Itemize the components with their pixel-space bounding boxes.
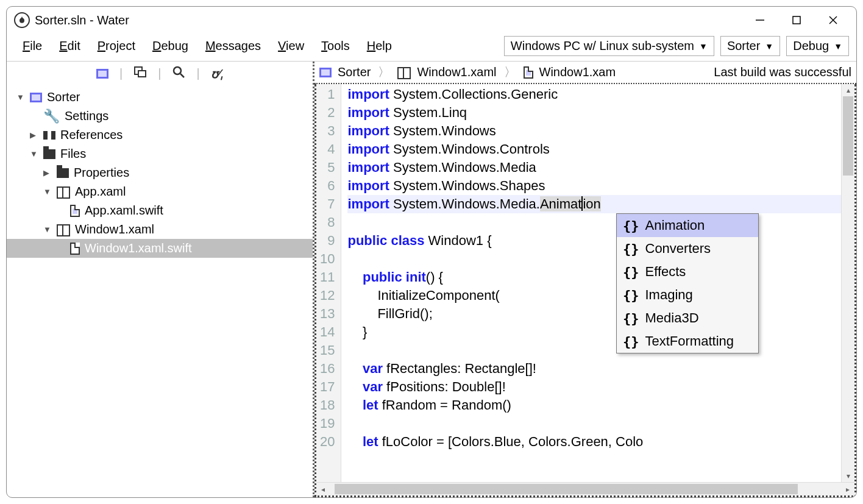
scroll-right-button[interactable]: ▸ [841, 483, 854, 496]
tree-label: Properties [74, 166, 129, 180]
menu-tools[interactable]: Tools [313, 37, 358, 55]
scroll-down-button[interactable]: ▾ [842, 470, 855, 482]
build-status: Last build was successful [714, 65, 851, 79]
autocomplete-item[interactable]: {}TextFormatting [617, 330, 758, 353]
scroll-up-button[interactable]: ▴ [842, 84, 855, 96]
namespace-icon: {} [623, 288, 639, 303]
xaml-icon [57, 186, 70, 197]
config-combo-label: Debug [793, 39, 829, 53]
titlebar: Sorter.sln - Water [7, 7, 856, 34]
tree-label: App.xaml.swift [85, 204, 163, 218]
autocomplete-popup: {}Animation{}Converters{}Effects{}Imagin… [616, 213, 759, 353]
sidebar: | | | ʊ∕ˌ ▼Sorter 🔧Settings ▶References … [7, 62, 314, 497]
menu-messages[interactable]: Messages [197, 37, 269, 55]
tree-label: Sorter [47, 90, 80, 104]
tree-label: References [60, 128, 123, 142]
tree-row-project[interactable]: ▼Sorter [7, 88, 313, 107]
minimize-button[interactable] [742, 7, 778, 34]
project-combo[interactable]: Sorter▼ [720, 36, 780, 56]
namespace-icon: {} [623, 334, 639, 349]
window-title: Sorter.sln - Water [35, 13, 129, 27]
menubar: FileEditProjectDebugMessagesViewToolsHel… [7, 34, 856, 62]
autocomplete-item[interactable]: {}Converters [617, 237, 758, 260]
chevron-down-icon: ▼ [699, 41, 708, 51]
target-combo[interactable]: Windows PC w/ Linux sub-system▼ [504, 36, 714, 56]
menu-project[interactable]: Project [89, 37, 144, 55]
tree-row-settings[interactable]: 🔧Settings [7, 107, 313, 126]
tree-label: Window1.xaml.swift [85, 241, 192, 255]
wrench-icon: 🔧 [43, 110, 60, 123]
project-icon [30, 93, 42, 102]
menu-view[interactable]: View [269, 37, 313, 55]
copy-icon[interactable] [133, 66, 147, 81]
tree-label: Files [60, 147, 86, 161]
search-icon[interactable] [172, 65, 185, 82]
chevron-down-icon: ▼ [765, 41, 773, 51]
code-area[interactable]: import System.Collections.Genericimport … [341, 84, 854, 495]
file-icon [524, 66, 533, 79]
horizontal-scrollbar[interactable]: ◂ ▸ [316, 482, 854, 495]
svg-rect-5 [138, 71, 146, 77]
tree-label: Window1.xaml [75, 222, 154, 236]
app-window: Sorter.sln - Water FileEditProjectDebugM… [6, 6, 857, 498]
namespace-icon: {} [623, 218, 639, 233]
xaml-icon [57, 224, 70, 235]
file-icon [70, 243, 80, 255]
crumb-file[interactable]: Window1.xam [539, 65, 616, 79]
references-icon [43, 131, 55, 140]
scroll-left-button[interactable]: ◂ [316, 483, 330, 496]
target-combo-label: Windows PC w/ Linux sub-system [511, 39, 694, 53]
tree-label: App.xaml [75, 185, 126, 199]
tree-row-window1-swift[interactable]: Window1.xaml.swift [7, 239, 313, 258]
folder-icon [43, 149, 55, 159]
code-editor[interactable]: 1234567891011121314151617181920 import S… [314, 84, 856, 497]
tree-row-properties[interactable]: ▶Properties [7, 163, 313, 182]
svg-point-6 [174, 67, 181, 74]
menu-help[interactable]: Help [358, 37, 400, 55]
maximize-button[interactable] [778, 7, 815, 34]
vertical-scrollbar[interactable]: ▴ ▾ [841, 84, 854, 482]
window-icon[interactable] [96, 69, 108, 79]
file-icon [70, 205, 80, 217]
autocomplete-item[interactable]: {}Animation [617, 214, 758, 237]
chevron-right-icon: 〉 [378, 64, 390, 80]
namespace-icon: {} [623, 241, 639, 257]
scroll-thumb[interactable] [843, 96, 853, 176]
editor-pane: Sorter 〉 Window1.xaml 〉 Window1.xam Last… [314, 62, 856, 497]
tree-row-window1-xaml[interactable]: ▼Window1.xaml [7, 220, 313, 239]
tree-label: Settings [65, 109, 108, 123]
autocomplete-item[interactable]: {}Imaging [617, 283, 758, 307]
chevron-right-icon: 〉 [504, 64, 516, 80]
close-button[interactable] [815, 7, 851, 34]
svg-line-7 [180, 74, 184, 77]
folder-icon [57, 168, 69, 178]
namespace-icon: {} [623, 264, 639, 280]
project-icon [319, 68, 332, 77]
app-icon [14, 12, 30, 28]
autocomplete-item[interactable]: {}Media3D [617, 307, 758, 330]
diff-icon[interactable]: ʊ∕ˌ [211, 66, 223, 81]
crumb-xaml[interactable]: Window1.xaml [417, 65, 496, 79]
tree-row-references[interactable]: ▶References [7, 126, 313, 144]
project-tree: ▼Sorter 🔧Settings ▶References ▼Files ▶Pr… [7, 85, 313, 260]
autocomplete-item[interactable]: {}Effects [617, 260, 758, 283]
config-combo[interactable]: Debug▼ [786, 36, 849, 56]
menu-edit[interactable]: Edit [51, 37, 88, 55]
tree-row-app-swift[interactable]: App.xaml.swift [7, 201, 313, 220]
scroll-thumb[interactable] [335, 484, 798, 494]
svg-rect-1 [793, 16, 800, 24]
line-gutter: 1234567891011121314151617181920 [316, 84, 341, 495]
crumb-project[interactable]: Sorter [338, 65, 371, 79]
menu-file[interactable]: File [14, 37, 51, 55]
tree-row-files[interactable]: ▼Files [7, 144, 313, 163]
namespace-icon: {} [623, 311, 639, 326]
chevron-down-icon: ▼ [834, 41, 842, 51]
xaml-icon [397, 67, 411, 78]
sidebar-toolbar: | | | ʊ∕ˌ [7, 62, 313, 85]
tree-row-app-xaml[interactable]: ▼App.xaml [7, 182, 313, 201]
menu-debug[interactable]: Debug [144, 37, 197, 55]
project-combo-label: Sorter [727, 39, 760, 53]
breadcrumb: Sorter 〉 Window1.xaml 〉 Window1.xam Last… [314, 62, 856, 84]
